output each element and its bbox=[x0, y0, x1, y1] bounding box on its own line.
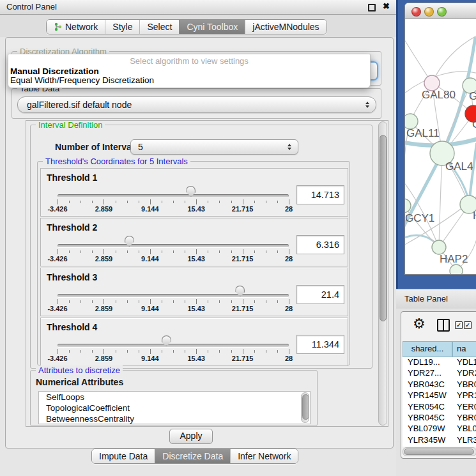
tick-labels: -3.4262.8599.14415.4321.71528 bbox=[58, 255, 289, 263]
tick-label: 2.859 bbox=[95, 305, 113, 312]
table-panel-title: Table Panel bbox=[404, 294, 448, 303]
tick-mark bbox=[219, 250, 220, 253]
tab-select[interactable]: Select bbox=[139, 20, 179, 34]
table-row[interactable]: YPR145WYPR1 bbox=[403, 390, 476, 401]
column-header-shared-name[interactable]: shared... bbox=[403, 341, 452, 357]
tick-labels: -3.4262.8599.14415.4321.71528 bbox=[58, 355, 289, 362]
column-header-name[interactable]: na bbox=[452, 341, 476, 357]
tick-mark bbox=[231, 350, 232, 353]
h-scrollbar-thumb[interactable] bbox=[404, 449, 474, 455]
table-cell-name: YBL0 bbox=[457, 424, 476, 433]
network-window-titlebar bbox=[405, 3, 476, 19]
tick-label: 2.859 bbox=[95, 355, 113, 362]
attribute-list-item[interactable]: TopologicalCoefficient bbox=[39, 403, 310, 413]
node-label: GCY1 bbox=[405, 212, 434, 224]
checkbox-checked-icon[interactable]: ✓ bbox=[464, 321, 472, 329]
tick-mark bbox=[162, 300, 162, 303]
tick-mark bbox=[243, 299, 243, 304]
table-row[interactable]: YBR045CYBR0 bbox=[403, 413, 476, 424]
bottom-tab-impute-data[interactable]: Impute Data bbox=[92, 449, 155, 463]
threshold-slider-track[interactable] bbox=[58, 194, 289, 197]
tick-mark bbox=[196, 199, 197, 204]
slider-ticks bbox=[58, 349, 289, 355]
tick-label: 2.859 bbox=[95, 205, 113, 213]
tick-mark bbox=[266, 350, 266, 353]
bottom-tab-label: Infer Network bbox=[238, 451, 291, 461]
tab-jactivemnodules[interactable]: jActiveMNodules bbox=[245, 20, 326, 34]
table-cell-name: YIL0 bbox=[457, 446, 474, 447]
table-row[interactable]: YBL079WYBL0 bbox=[403, 424, 476, 434]
settings-scrollbar-thumb[interactable] bbox=[380, 135, 387, 321]
settings-scrollbar[interactable] bbox=[378, 121, 387, 426]
threshold-slider-thumb[interactable] bbox=[235, 286, 245, 296]
table-row[interactable]: YIL052CYIL0 bbox=[403, 446, 476, 447]
table-data-combo[interactable]: galFiltered.sif default node bbox=[17, 96, 376, 113]
number-of-intervals-combo[interactable]: 5 bbox=[130, 139, 298, 155]
tick-mark bbox=[127, 250, 128, 253]
tick-mark bbox=[58, 299, 58, 304]
threshold-value-field[interactable]: 14.713 bbox=[296, 185, 344, 204]
tick-label: 28 bbox=[285, 305, 293, 312]
apply-button[interactable]: Apply bbox=[169, 429, 213, 444]
tab-label: Network bbox=[65, 22, 98, 32]
tick-mark bbox=[58, 249, 58, 254]
close-traffic-light-icon[interactable] bbox=[411, 7, 421, 17]
threshold-value-field[interactable]: 11.344 bbox=[296, 335, 344, 354]
tick-label: -3.426 bbox=[47, 305, 67, 312]
checkbox-checked-icon[interactable]: ✓ bbox=[455, 321, 463, 329]
attributes-scrollbar[interactable] bbox=[301, 392, 309, 423]
tick-mark bbox=[81, 300, 81, 303]
tick-mark bbox=[116, 250, 116, 253]
attributes-scrollbar-thumb[interactable] bbox=[302, 394, 309, 420]
table-row[interactable]: YDR27...YDR2 bbox=[403, 368, 476, 379]
network-node[interactable] bbox=[450, 265, 463, 274]
tab-cyni-toolbox[interactable]: Cyni Toolbox bbox=[179, 20, 245, 34]
bottom-tab-discretize-data[interactable]: Discretize Data bbox=[155, 449, 230, 463]
split-columns-icon[interactable] bbox=[437, 319, 450, 332]
tick-label: 21.715 bbox=[232, 255, 254, 263]
tab-label: Style bbox=[112, 22, 132, 32]
node-label: GAL11 bbox=[406, 127, 440, 139]
network-node-gcy1[interactable] bbox=[405, 199, 411, 213]
close-icon[interactable]: ✖ bbox=[383, 1, 390, 11]
threshold-slider-track[interactable] bbox=[58, 344, 289, 347]
threshold-value-field[interactable]: 6.316 bbox=[296, 235, 344, 254]
table-row[interactable]: YDL19...YDL1 bbox=[403, 357, 476, 368]
tick-labels: -3.4262.8599.14415.4321.71528 bbox=[58, 205, 289, 213]
threshold-slider-thumb[interactable] bbox=[125, 236, 134, 247]
table-row[interactable]: YBR043CYBR0 bbox=[403, 380, 476, 390]
table-data-group: Table Data galFiltered.sif default node bbox=[12, 88, 381, 119]
number-of-intervals-value: 5 bbox=[138, 142, 143, 152]
algorithm-option[interactable]: Equal Width/Frequency Discretization bbox=[10, 75, 154, 85]
table-row[interactable]: YER054CYER0 bbox=[403, 402, 476, 413]
table-row[interactable]: YLR345WYLR3 bbox=[403, 435, 476, 446]
threshold-value-field[interactable]: 21.4 bbox=[296, 285, 344, 304]
gear-icon[interactable]: ⚙ bbox=[413, 317, 426, 331]
attribute-list-item[interactable]: SelfLoops bbox=[39, 392, 310, 403]
attribute-list-item[interactable]: BetweennessCentrality bbox=[39, 413, 310, 424]
threshold-slider-track[interactable] bbox=[58, 294, 289, 297]
tick-mark bbox=[92, 350, 93, 353]
tick-mark bbox=[289, 349, 289, 354]
numerical-attributes-heading: Numerical Attributes bbox=[36, 377, 123, 387]
network-canvas[interactable]: GAL80GACGAL11GAL4GCY1HHAP2 bbox=[405, 19, 476, 274]
combo-spinner-icon bbox=[365, 102, 369, 108]
tick-label: -3.426 bbox=[47, 355, 67, 362]
tab-network[interactable]: Network bbox=[47, 20, 105, 34]
float-window-icon[interactable] bbox=[368, 4, 376, 12]
bottom-tab-infer-network[interactable]: Infer Network bbox=[230, 449, 298, 463]
threshold-slider-thumb[interactable] bbox=[162, 335, 171, 346]
network-node-hap2[interactable] bbox=[432, 240, 446, 254]
tick-mark bbox=[173, 250, 174, 253]
tab-style[interactable]: Style bbox=[105, 20, 139, 34]
algorithm-option[interactable]: Manual Discretization bbox=[10, 66, 99, 76]
threshold-slider-thumb[interactable] bbox=[186, 186, 196, 197]
zoom-traffic-light-icon[interactable] bbox=[437, 7, 447, 17]
table-data-combo-value: galFiltered.sif default node bbox=[27, 100, 132, 110]
tick-mark bbox=[162, 350, 162, 353]
table-horizontal-scrollbar[interactable] bbox=[403, 447, 476, 456]
threshold-slider-track[interactable] bbox=[58, 244, 289, 247]
numerical-attributes-list[interactable]: SelfLoopsTopologicalCoefficientBetweenne… bbox=[38, 391, 311, 424]
threshold-panel-1: Threshold 1-3.4262.8599.14415.4321.71528… bbox=[40, 168, 348, 217]
minimize-traffic-light-icon[interactable] bbox=[424, 7, 434, 17]
